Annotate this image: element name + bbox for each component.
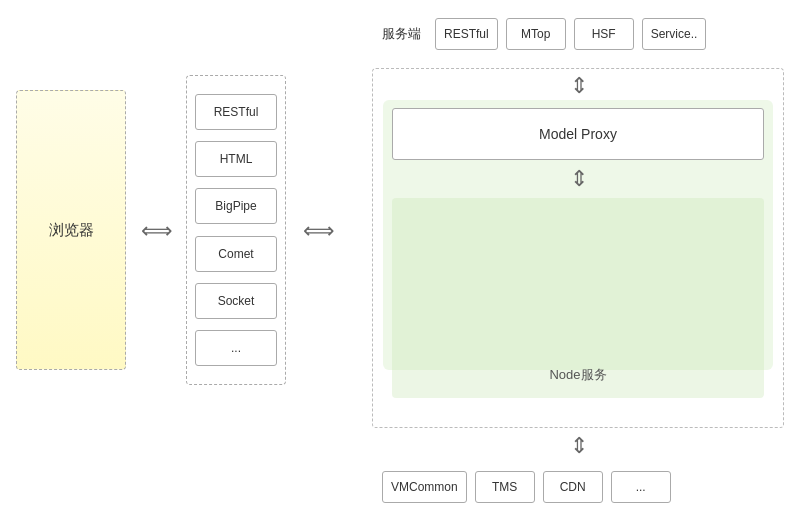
service-bar-label: 服务端: [382, 25, 421, 43]
service-restful: RESTful: [435, 18, 498, 50]
protocol-more: ...: [195, 330, 277, 366]
service-mtop: MTop: [506, 18, 566, 50]
arrow-top-to-proxy: ⇕: [570, 72, 588, 100]
model-proxy-label: Model Proxy: [539, 126, 617, 142]
protocol-html: HTML: [195, 141, 277, 177]
arrow-proxy-to-node: ⇕: [570, 165, 588, 193]
protocol-bigpipe: BigPipe: [195, 188, 277, 224]
bottom-more: ...: [611, 471, 671, 503]
bottom-vmcommon: VMCommon: [382, 471, 467, 503]
vertical-arrow-icon-mid: ⇕: [570, 166, 588, 192]
browser-label: 浏览器: [49, 221, 94, 240]
vertical-arrow-icon-top: ⇕: [570, 73, 588, 99]
node-service-label: Node服务: [392, 366, 764, 384]
arrow-node-to-bottom: ⇕: [570, 432, 588, 460]
protocol-socket: Socket: [195, 283, 277, 319]
protocol-column: RESTful HTML BigPipe Comet Socket ...: [186, 75, 286, 385]
horizontal-arrow-icon: ⟺: [141, 218, 173, 244]
bottom-service-bar: VMCommon TMS CDN ...: [372, 464, 784, 510]
model-proxy-box: Model Proxy: [392, 108, 764, 160]
protocol-comet: Comet: [195, 236, 277, 272]
browser-box: 浏览器: [16, 90, 126, 370]
diagram-container: 浏览器 ⟺ RESTful HTML BigPipe Comet Socket …: [0, 0, 800, 521]
bottom-cdn: CDN: [543, 471, 603, 503]
service-service: Service..: [642, 18, 707, 50]
bottom-tms: TMS: [475, 471, 535, 503]
arrow-browser-middle: ⟺: [132, 218, 182, 244]
protocol-restful: RESTful: [195, 94, 277, 130]
vertical-arrow-icon-bottom: ⇕: [570, 433, 588, 459]
arrow-middle-right: ⟺: [294, 218, 344, 244]
top-service-bar: 服务端 RESTful MTop HSF Service..: [372, 8, 784, 60]
service-hsf: HSF: [574, 18, 634, 50]
horizontal-arrow-icon-2: ⟺: [303, 218, 335, 244]
